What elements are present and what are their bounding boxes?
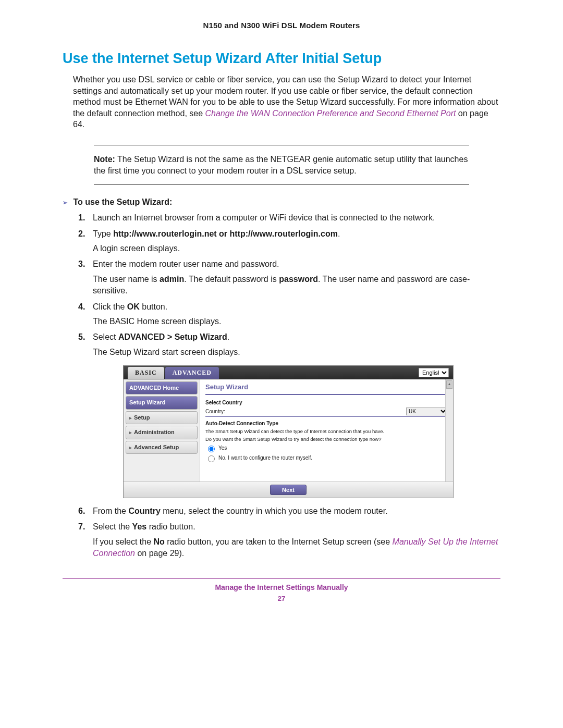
step-bold: Country	[128, 507, 160, 515]
bottom-bar: Next	[124, 482, 453, 498]
step-5: 5. Select ADVANCED > Setup Wizard. The S…	[78, 331, 500, 498]
step-num: 3.	[78, 258, 85, 270]
sidebar-item-advanced-setup[interactable]: ▸Advanced Setup	[126, 441, 198, 454]
product-header: N150 and N300 WiFi DSL Modem Routers	[63, 21, 500, 30]
tab-basic[interactable]: BASIC	[128, 367, 164, 379]
step-6: 6. From the Country menu, select the cou…	[78, 505, 500, 517]
chevron-right-icon: ▸	[129, 430, 132, 435]
step-text: Enter the modem router user name and pas…	[93, 260, 279, 268]
label: Advanced Setup	[134, 444, 179, 450]
top-bar: BASIC ADVANCED English	[124, 366, 453, 379]
label: Setup	[134, 414, 150, 421]
radio-no[interactable]	[208, 455, 215, 462]
admin-bold: admin	[160, 275, 184, 283]
step-2: 2. Type http://www.routerlogin.net or ht…	[78, 228, 500, 255]
step-num: 5.	[78, 331, 85, 343]
chevron-right-icon: ▸	[129, 445, 132, 450]
step-trail: menu, select the country in which you us…	[161, 507, 388, 515]
intro-paragraph: Whether you use DSL service or cable or …	[73, 74, 500, 130]
sidebar-item-administration[interactable]: ▸Administration	[126, 426, 198, 439]
step-bold: ADVANCED > Setup Wizard	[118, 332, 227, 341]
step-bold: http://www.routerlogin.net or http://www…	[113, 229, 338, 238]
select-country-label: Select Country	[205, 399, 448, 406]
divider	[205, 416, 448, 417]
tab-advanced[interactable]: ADVANCED	[165, 367, 219, 379]
no-bold: No	[154, 537, 165, 546]
step-text: Launch an Internet browser from a comput…	[93, 213, 435, 222]
step-bold: Yes	[132, 522, 147, 531]
step-trail: radio button.	[146, 522, 195, 531]
step-sub: If you select the No radio button, you a…	[93, 536, 500, 560]
step-num: 2.	[78, 228, 85, 240]
sidebar-item-advanced-home[interactable]: ADVANCED Home	[126, 381, 198, 394]
sidebar: ADVANCED Home Setup Wizard ▸Setup ▸Admin…	[124, 379, 200, 482]
scroll-up-icon[interactable]: ▴	[446, 380, 452, 389]
footer-page-number: 27	[63, 595, 500, 602]
txt: radio button, you are taken to the Inter…	[165, 537, 393, 546]
language-select[interactable]: English	[419, 368, 449, 377]
step-7: 7. Select the Yes radio button. If you s…	[78, 521, 500, 559]
note-body: The Setup Wizard is not the same as the …	[94, 155, 468, 175]
step-sub: The Setup Wizard start screen displays.	[93, 347, 500, 358]
step-num: 6.	[78, 505, 85, 517]
step-lead: Select	[93, 332, 118, 341]
step-sub: The BASIC Home screen displays.	[93, 316, 500, 327]
page-footer: Manage the Internet Settings Manually 27	[63, 578, 500, 602]
sidebar-item-setup-wizard[interactable]: Setup Wizard	[126, 396, 198, 409]
step-bold: OK	[127, 302, 140, 311]
radio-yes[interactable]	[208, 446, 215, 452]
step-num: 4.	[78, 301, 85, 313]
step-trail: button.	[140, 302, 167, 311]
section-title: Use the Internet Setup Wizard After Init…	[63, 51, 500, 67]
txt: If you select the	[93, 537, 154, 546]
label: Administration	[134, 429, 175, 435]
password-bold: password	[279, 275, 318, 283]
txt: The user name is	[93, 275, 160, 283]
triangle-icon: ➢	[63, 199, 68, 206]
note-box: Note: The Setup Wizard is not the same a…	[94, 145, 469, 185]
country-label: Country:	[205, 408, 225, 415]
task-heading: ➢ To use the Setup Wizard:	[63, 198, 500, 207]
next-button[interactable]: Next	[270, 485, 307, 495]
scrollbar[interactable]: ▴	[445, 379, 453, 482]
divider	[205, 394, 448, 395]
step-sub: A login screen displays.	[93, 243, 500, 254]
task-title: To use the Setup Wizard:	[73, 198, 172, 206]
panel-title: Setup Wizard	[205, 382, 448, 393]
radio-no-label: No. I want to configure the router mysel…	[218, 454, 312, 462]
desc-line-1: The Smart Setup Wizard can detect the ty…	[205, 428, 448, 435]
step-lead: Type	[93, 229, 113, 238]
country-select[interactable]: UK	[406, 408, 448, 415]
step-4: 4. Click the OK button. The BASIC Home s…	[78, 301, 500, 328]
step-lead: Click the	[93, 302, 127, 311]
intro-crossref[interactable]: Change the WAN Connection Preference and…	[205, 109, 456, 118]
desc-line-2: Do you want the Smart Setup Wizard to tr…	[205, 436, 448, 442]
chevron-right-icon: ▸	[129, 415, 132, 421]
step-1: 1. Launch an Internet browser from a com…	[78, 212, 500, 224]
txt: on page 29).	[135, 549, 184, 558]
step-lead: From the	[93, 507, 128, 515]
setup-wizard-screenshot: BASIC ADVANCED English ADVANCED Home Set…	[123, 365, 454, 498]
radio-yes-label: Yes	[218, 445, 227, 452]
autodetect-label: Auto-Detect Connection Type	[205, 420, 448, 427]
step-3: 3. Enter the modem router user name and …	[78, 258, 500, 297]
step-num: 7.	[78, 521, 85, 533]
sidebar-item-setup[interactable]: ▸Setup	[126, 411, 198, 424]
txt: . The default password is	[184, 275, 279, 283]
note-label: Note:	[94, 155, 115, 164]
main-panel: Setup Wizard Select Country Country: UK …	[200, 379, 453, 482]
step-trail: .	[227, 332, 229, 341]
step-sub: The user name is admin. The default pass…	[93, 274, 500, 297]
step-num: 1.	[78, 212, 85, 224]
step-lead: Select the	[93, 522, 132, 531]
footer-chapter: Manage the Internet Settings Manually	[63, 583, 500, 591]
step-trail: .	[338, 229, 340, 238]
